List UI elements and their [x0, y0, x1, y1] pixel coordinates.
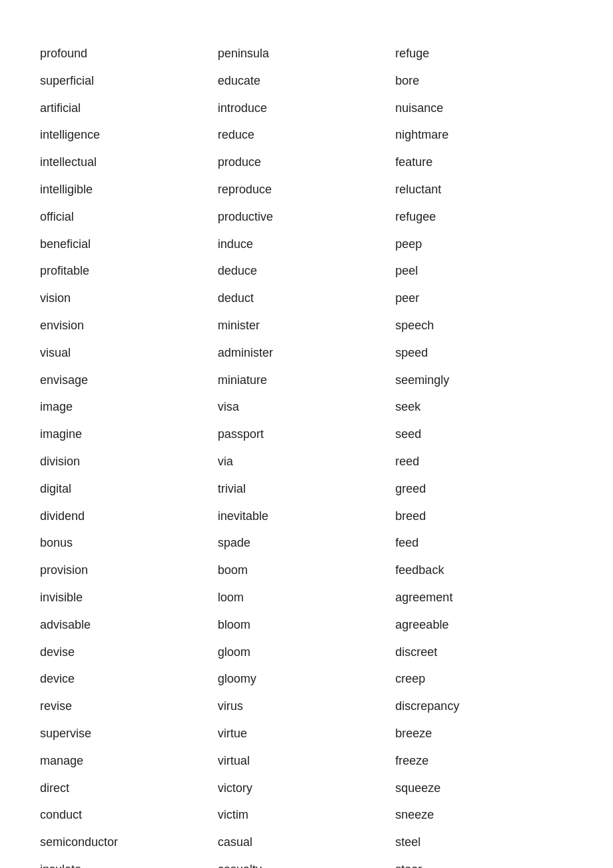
list-item: peer: [395, 285, 573, 312]
list-item: miniature: [218, 367, 396, 394]
list-item: seek: [395, 393, 573, 421]
list-item: deduce: [218, 257, 396, 285]
list-item: introduce: [218, 95, 396, 122]
list-item: reduce: [218, 121, 396, 149]
list-item: discreet: [395, 639, 573, 666]
list-item: intelligence: [40, 121, 218, 149]
list-item: insulate: [40, 856, 218, 868]
list-item: feedback: [395, 557, 573, 584]
list-item: bore: [395, 67, 573, 95]
list-item: creep: [395, 665, 573, 693]
list-item: bloom: [218, 611, 396, 639]
list-item: peel: [395, 257, 573, 285]
list-item: deduct: [218, 285, 396, 312]
word-grid: profoundpeninsularefugesuperficialeducat…: [40, 40, 573, 868]
list-item: seemingly: [395, 367, 573, 394]
list-item: breed: [395, 503, 573, 530]
list-item: steel: [395, 829, 573, 856]
list-item: nuisance: [395, 95, 573, 122]
list-item: visual: [40, 339, 218, 367]
list-item: reed: [395, 448, 573, 475]
list-item: imagine: [40, 421, 218, 448]
list-item: steer: [395, 856, 573, 868]
list-item: casual: [218, 829, 396, 856]
list-item: virus: [218, 693, 396, 720]
list-item: intelligible: [40, 176, 218, 203]
list-item: boom: [218, 557, 396, 584]
list-item: trivial: [218, 475, 396, 503]
list-item: envisage: [40, 367, 218, 394]
list-item: gloomy: [218, 665, 396, 693]
list-item: invisible: [40, 584, 218, 611]
list-item: devise: [40, 639, 218, 666]
list-item: nightmare: [395, 121, 573, 149]
list-item: supervise: [40, 720, 218, 747]
list-item: conduct: [40, 801, 218, 829]
list-item: virtual: [218, 747, 396, 775]
list-item: intellectual: [40, 149, 218, 176]
list-item: vision: [40, 285, 218, 312]
list-item: profound: [40, 40, 218, 67]
list-item: peep: [395, 231, 573, 258]
list-item: digital: [40, 475, 218, 503]
list-item: feed: [395, 529, 573, 557]
list-item: greed: [395, 475, 573, 503]
list-item: administer: [218, 339, 396, 367]
list-item: direct: [40, 775, 218, 802]
list-item: speed: [395, 339, 573, 367]
list-item: reluctant: [395, 176, 573, 203]
list-item: artificial: [40, 95, 218, 122]
list-item: division: [40, 448, 218, 475]
list-item: superficial: [40, 67, 218, 95]
list-item: productive: [218, 203, 396, 231]
list-item: produce: [218, 149, 396, 176]
list-item: breeze: [395, 720, 573, 747]
list-item: revise: [40, 693, 218, 720]
list-item: official: [40, 203, 218, 231]
list-item: seed: [395, 421, 573, 448]
list-item: refugee: [395, 203, 573, 231]
list-item: dividend: [40, 503, 218, 530]
list-item: bonus: [40, 529, 218, 557]
list-item: image: [40, 393, 218, 421]
list-item: agreement: [395, 584, 573, 611]
list-item: discrepancy: [395, 693, 573, 720]
list-item: manage: [40, 747, 218, 775]
list-item: visa: [218, 393, 396, 421]
list-item: refuge: [395, 40, 573, 67]
list-item: loom: [218, 584, 396, 611]
list-item: envision: [40, 312, 218, 339]
list-item: casualty: [218, 856, 396, 868]
list-item: victim: [218, 801, 396, 829]
list-item: provision: [40, 557, 218, 584]
list-item: agreeable: [395, 611, 573, 639]
list-item: beneficial: [40, 231, 218, 258]
list-item: sneeze: [395, 801, 573, 829]
list-item: squeeze: [395, 775, 573, 802]
list-item: inevitable: [218, 503, 396, 530]
list-item: device: [40, 665, 218, 693]
list-item: profitable: [40, 257, 218, 285]
list-item: educate: [218, 67, 396, 95]
list-item: reproduce: [218, 176, 396, 203]
list-item: gloom: [218, 639, 396, 666]
list-item: minister: [218, 312, 396, 339]
list-item: passport: [218, 421, 396, 448]
list-item: peninsula: [218, 40, 396, 67]
list-item: induce: [218, 231, 396, 258]
list-item: via: [218, 448, 396, 475]
list-item: freeze: [395, 747, 573, 775]
list-item: speech: [395, 312, 573, 339]
list-item: feature: [395, 149, 573, 176]
list-item: spade: [218, 529, 396, 557]
list-item: virtue: [218, 720, 396, 747]
list-item: semiconductor: [40, 829, 218, 856]
list-item: advisable: [40, 611, 218, 639]
list-item: victory: [218, 775, 396, 802]
